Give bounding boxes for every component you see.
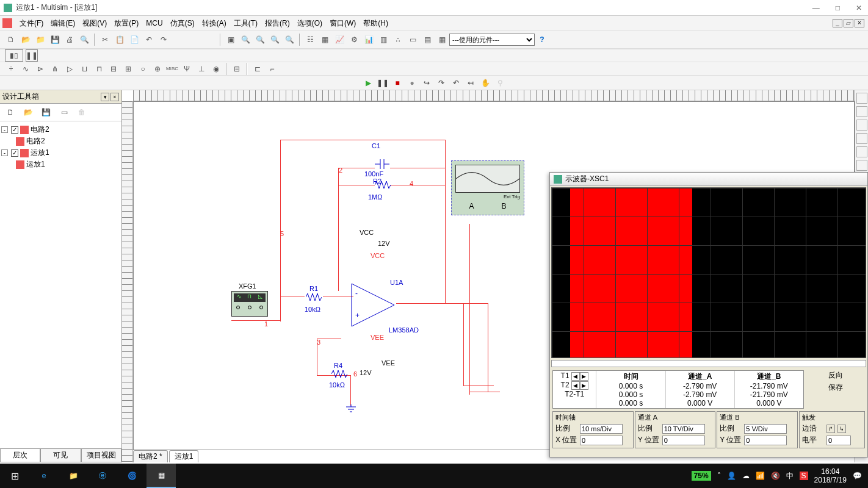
tray-cloud-icon[interactable]: ☁ — [742, 472, 750, 480]
menu-help[interactable]: 帮助(H) — [360, 17, 392, 30]
save-icon[interactable]: 💾 — [49, 34, 61, 46]
minimize-button[interactable]: — — [810, 2, 822, 13]
tray-clock[interactable]: 16:04 2018/7/19 — [814, 467, 847, 485]
place-indicator-icon[interactable]: ○ — [137, 63, 149, 75]
sidebar-close[interactable]: × — [110, 93, 119, 101]
menu-place[interactable]: 放置(P) — [110, 17, 142, 30]
save-button[interactable]: 保存 — [806, 382, 865, 393]
resistor-r1[interactable] — [306, 293, 322, 303]
cha-scale[interactable] — [662, 424, 705, 434]
mdi-restore[interactable]: ▱ — [844, 19, 853, 27]
t2-left[interactable]: ◀ — [571, 381, 580, 390]
osc-hscroll[interactable] — [551, 360, 866, 367]
place-connector-icon[interactable]: ◉ — [210, 63, 222, 75]
preview-icon[interactable]: 🔍 — [78, 34, 90, 46]
pan-icon[interactable]: ✋ — [479, 77, 491, 89]
postproc-icon[interactable]: ⚙ — [348, 34, 360, 46]
grid-icon[interactable]: ▦ — [319, 34, 331, 46]
tree-node-circuit2[interactable]: 电路2 — [31, 124, 49, 135]
side-delete-icon[interactable]: 🗑 — [75, 106, 89, 118]
netlist-icon[interactable]: ☷ — [304, 34, 316, 46]
stop-button[interactable]: ■ — [391, 77, 403, 89]
battery-indicator[interactable]: 75% — [692, 471, 711, 481]
task-ie[interactable]: ⓔ — [88, 464, 117, 488]
zoom-area-icon[interactable]: 🔍 — [269, 34, 281, 46]
side-open-icon[interactable]: 📂 — [21, 106, 35, 118]
step-over-icon[interactable]: ↷ — [435, 77, 447, 89]
place-diode-icon[interactable]: ⊳ — [34, 63, 46, 75]
place-bus-icon[interactable]: ⊏ — [251, 63, 264, 75]
instr-funcgen-icon[interactable] — [856, 106, 867, 117]
tray-people-icon[interactable]: 👤 — [727, 472, 736, 480]
r1-ref[interactable]: R1 — [309, 285, 318, 292]
menu-tools[interactable]: 工具(T) — [230, 17, 261, 30]
copy-icon[interactable]: 📋 — [114, 34, 126, 46]
tray-ime[interactable]: 中 — [786, 471, 794, 481]
doc-tab-circuit2[interactable]: 电路2 * — [133, 450, 168, 462]
place-power-icon[interactable]: ⊕ — [151, 63, 164, 75]
maximize-button[interactable]: □ — [833, 2, 842, 13]
record-button[interactable]: ● — [406, 77, 418, 89]
edge-fall[interactable]: ↳ — [837, 425, 846, 433]
place-hier-icon[interactable]: ⊟ — [231, 63, 243, 75]
t1-left[interactable]: ◀ — [571, 372, 580, 381]
sidebar-dropdown[interactable]: ▾ — [101, 93, 109, 101]
opamp-u1a[interactable]: -+ — [352, 284, 400, 328]
zoom-sheet-icon[interactable]: 🔍 — [283, 34, 295, 46]
instr-scope-icon[interactable] — [856, 133, 867, 144]
menu-file[interactable]: 文件(F) — [16, 17, 47, 30]
sidebar-tab-project[interactable]: 项目视图 — [81, 449, 121, 462]
side-save-icon[interactable]: 💾 — [40, 106, 53, 118]
project-tree[interactable]: -✓电路2 电路2 -✓运放1 运放1 — [0, 121, 121, 448]
menu-sim[interactable]: 仿真(S) — [167, 17, 198, 30]
zoom-fit-icon[interactable]: ▣ — [225, 34, 237, 46]
component-icon[interactable]: ▥ — [377, 34, 389, 46]
menu-view[interactable]: 视图(V) — [79, 17, 110, 30]
instr-4ch-scope-icon[interactable] — [856, 146, 867, 157]
task-explorer[interactable]: 📁 — [59, 464, 88, 488]
place-junction-icon[interactable]: ⌐ — [266, 63, 278, 75]
menu-mcu[interactable]: MCU — [142, 18, 166, 29]
trig-level[interactable] — [826, 436, 851, 445]
probe-icon[interactable]: ⚲ — [494, 77, 506, 89]
side-rename-icon[interactable]: ▭ — [57, 106, 71, 118]
resistor-r4[interactable] — [331, 370, 347, 379]
menu-options[interactable]: 选项(O) — [294, 17, 326, 30]
instr-multimeter-icon[interactable] — [856, 93, 867, 104]
tray-volume-icon[interactable]: 🔇 — [771, 472, 780, 480]
mdi-close[interactable]: × — [855, 19, 864, 27]
print-icon[interactable]: 🖨 — [63, 34, 76, 46]
elvisii-icon[interactable]: ▤ — [421, 34, 433, 46]
edge-rise[interactable]: ↱ — [826, 425, 835, 433]
place-transistor-icon[interactable]: ⋔ — [49, 63, 61, 75]
t1-right[interactable]: ▶ — [580, 372, 588, 381]
place-misc-icon[interactable]: ⊟ — [107, 63, 120, 75]
tree-leaf-circuit2[interactable]: 电路2 — [26, 136, 45, 146]
place-basic-icon[interactable]: ∿ — [20, 63, 32, 75]
sim-switch-on[interactable]: ▮▯ — [5, 49, 23, 62]
zoom-out-icon[interactable]: 🔍 — [254, 34, 266, 46]
chb-scale[interactable] — [744, 424, 787, 434]
menu-edit[interactable]: 编辑(E) — [47, 17, 79, 30]
run-button[interactable]: ▶ — [362, 77, 374, 89]
cut-icon[interactable]: ✂ — [99, 34, 111, 46]
task-edge[interactable]: e — [29, 464, 59, 488]
start-button[interactable]: ⊞ — [0, 464, 29, 488]
oscilloscope-instrument[interactable]: Ext Trig AB — [451, 160, 524, 215]
place-analog-icon[interactable]: ▷ — [63, 63, 76, 75]
analysis-icon[interactable]: 📊 — [363, 34, 375, 46]
open2-icon[interactable]: 📁 — [34, 34, 46, 46]
capacitor-c1[interactable] — [375, 158, 389, 172]
redo-icon[interactable]: ↷ — [157, 34, 170, 46]
task-app1[interactable]: 🌀 — [117, 464, 146, 488]
tray-wifi-icon[interactable]: 📶 — [756, 472, 765, 480]
help-icon[interactable]: ? — [536, 34, 548, 46]
zoom-in-icon[interactable]: 🔍 — [239, 34, 251, 46]
chb-ypos[interactable] — [744, 436, 787, 445]
ground-symbol[interactable] — [345, 404, 357, 416]
sim-pause-toggle[interactable]: ❚❚ — [26, 49, 38, 62]
tree-node-opamp1[interactable]: 运放1 — [31, 148, 49, 158]
new-icon[interactable]: 🗋 — [5, 34, 17, 46]
sidebar-tab-visible[interactable]: 可见 — [40, 449, 81, 462]
doc-tab-opamp1[interactable]: 运放1 — [169, 450, 199, 462]
